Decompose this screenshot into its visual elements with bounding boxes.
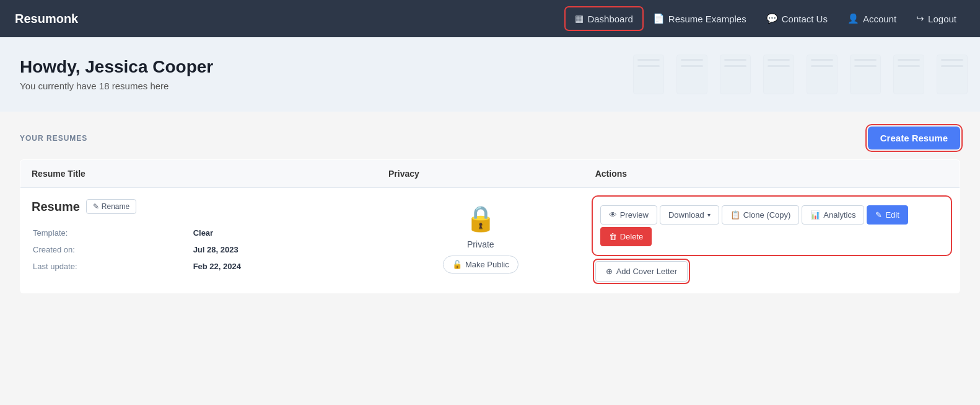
add-cover-letter-button[interactable]: ⊕ Add Cover Letter [595, 261, 688, 282]
nav-account[interactable]: 👤 Account [839, 8, 905, 29]
eye-icon: 👁 [609, 210, 617, 220]
main-content: YOUR RESUMES Create Resume Resume Title … [0, 112, 980, 308]
actions-top-row: 👁 Preview Download ▾ 📋 Clone (Copy) [595, 199, 948, 252]
meta-row-template: Template: Clear [33, 225, 365, 241]
download-button[interactable]: Download ▾ [660, 205, 719, 225]
copy-icon: 📋 [730, 210, 740, 220]
actions-cell: 👁 Preview Download ▾ 📋 Clone (Copy) [584, 188, 960, 293]
navbar: Resumonk ▦ Dashboard 📄 Resume Examples 💬… [0, 0, 980, 37]
resume-meta-table: Template: Clear Created on: Jul 28, 2023… [32, 224, 366, 275]
nav-contact-us[interactable]: 💬 Contact Us [758, 8, 836, 29]
delete-button[interactable]: 🗑 Delete [600, 227, 652, 246]
edit-button[interactable]: ✎ Edit [867, 205, 908, 225]
make-public-button[interactable]: 🔓 Make Public [443, 256, 518, 274]
navbar-links: ▦ Dashboard 📄 Resume Examples 💬 Contact … [566, 8, 965, 29]
hero-bg-decoration [294, 37, 980, 112]
lock-icon: 🔒 [465, 204, 496, 233]
nav-logout[interactable]: ↪ Logout [908, 8, 965, 29]
chat-icon: 💬 [766, 13, 778, 24]
nav-dashboard[interactable]: ▦ Dashboard [566, 8, 641, 29]
analytics-button[interactable]: 📊 Analytics [802, 205, 864, 225]
rename-button[interactable]: ✎ Rename [86, 199, 136, 214]
resume-name: Resume [32, 200, 80, 214]
meta-row-created: Created on: Jul 28, 2023 [33, 242, 365, 257]
template-label: Template: [33, 225, 192, 241]
create-resume-button[interactable]: Create Resume [868, 127, 960, 149]
created-value: Jul 28, 2023 [193, 242, 365, 257]
template-value: Clear [193, 225, 365, 241]
privacy-content: 🔒 Private 🔓 Make Public [388, 199, 573, 274]
table-row: Resume ✎ Rename Template: Clear Created … [20, 188, 960, 293]
resume-title-row: Resume ✎ Rename [32, 199, 366, 214]
document-icon: 📄 [653, 13, 665, 24]
user-icon: 👤 [847, 13, 859, 24]
created-label: Created on: [33, 242, 192, 257]
pencil-icon: ✎ [93, 202, 99, 211]
plus-icon: ⊕ [606, 267, 613, 276]
hero-banner: Howdy, Jessica Cooper You currently have… [0, 37, 980, 112]
resume-title-cell: Resume ✎ Rename Template: Clear Created … [20, 188, 377, 293]
grid-icon: ▦ [575, 13, 584, 24]
logout-icon: ↪ [916, 13, 924, 24]
unlock-icon: 🔓 [452, 260, 462, 269]
privacy-status: Private [467, 239, 494, 249]
updated-label: Last update: [33, 259, 192, 274]
clone-button[interactable]: 📋 Clone (Copy) [722, 205, 800, 225]
updated-value: Feb 22, 2024 [193, 259, 365, 274]
col-header-privacy: Privacy [377, 160, 584, 188]
section-title: YOUR RESUMES [20, 134, 87, 143]
col-header-actions: Actions [584, 160, 960, 188]
section-header: YOUR RESUMES Create Resume [20, 127, 960, 149]
nav-resume-examples[interactable]: 📄 Resume Examples [644, 8, 755, 29]
meta-row-updated: Last update: Feb 22, 2024 [33, 259, 365, 274]
brand: Resumonk [15, 12, 78, 26]
chevron-down-icon: ▾ [707, 211, 711, 218]
bar-chart-icon: 📊 [810, 210, 820, 220]
edit-icon: ✎ [875, 210, 882, 220]
col-header-title: Resume Title [20, 160, 377, 188]
actions-bottom-row: ⊕ Add Cover Letter [595, 261, 948, 282]
privacy-cell: 🔒 Private 🔓 Make Public [377, 188, 584, 293]
trash-icon: 🗑 [609, 232, 617, 241]
resume-table: Resume Title Privacy Actions Resume ✎ Re… [20, 159, 960, 293]
table-header-row: Resume Title Privacy Actions [20, 160, 960, 188]
preview-button[interactable]: 👁 Preview [600, 205, 657, 225]
